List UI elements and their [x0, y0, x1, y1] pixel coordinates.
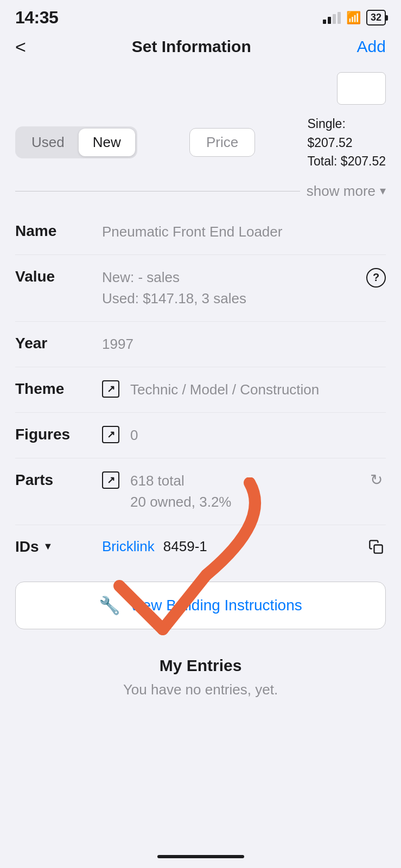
building-instructions-label: View Building Instructions: [129, 597, 302, 614]
condition-toggle: Used New: [15, 126, 137, 158]
name-label: Name: [15, 221, 91, 240]
page-title: Set Information: [132, 37, 251, 56]
theme-label: Theme: [15, 379, 91, 398]
theme-value: Technic / Model / Construction: [130, 379, 386, 400]
bricklink-link[interactable]: Bricklink: [102, 538, 155, 555]
nav-bar: < Set Information Add: [0, 32, 401, 63]
show-more-row: show more ▾: [0, 176, 401, 209]
chevron-down-icon: ▾: [380, 184, 386, 198]
condition-price-row: Used New Price Single: $207.52 Total: $2…: [0, 105, 401, 176]
copy-icon[interactable]: [366, 537, 386, 557]
building-instructions-button[interactable]: 🔧 View Building Instructions: [15, 582, 386, 629]
value-label: Value: [15, 267, 91, 285]
status-bar: 14:35 📶 32: [0, 0, 401, 32]
new-button[interactable]: New: [79, 129, 135, 156]
ids-label: IDs ▼: [15, 537, 91, 556]
year-label: Year: [15, 334, 91, 352]
figures-value: 0: [130, 425, 386, 446]
figures-row: Figures 0: [15, 413, 386, 458]
used-button[interactable]: Used: [17, 129, 79, 156]
ids-expand-icon[interactable]: ▼: [43, 541, 53, 552]
ids-number: 8459-1: [163, 538, 358, 555]
figures-label: Figures: [15, 425, 91, 443]
year-row: Year 1997: [15, 322, 386, 367]
ids-row: IDs ▼ Bricklink 8459-1: [15, 525, 386, 569]
info-section: Name Pneumatic Front End Loader Value Ne…: [0, 209, 401, 569]
show-more-button[interactable]: show more ▾: [307, 183, 386, 200]
top-section: [0, 63, 401, 105]
name-value: Pneumatic Front End Loader: [102, 221, 386, 242]
theme-row: Theme Technic / Model / Construction: [15, 367, 386, 413]
wifi-icon: 📶: [346, 11, 361, 25]
home-indicator: [157, 855, 244, 858]
svg-rect-0: [374, 545, 383, 553]
help-icon[interactable]: ?: [366, 268, 386, 288]
my-entries-title: My Entries: [15, 656, 386, 675]
name-row: Name Pneumatic Front End Loader: [15, 209, 386, 255]
figures-external-link-icon[interactable]: [102, 426, 119, 443]
single-price: Single: $207.52: [307, 114, 386, 152]
value-row: Value New: - sales Used: $147.18, 3 sale…: [15, 255, 386, 322]
theme-external-link-icon[interactable]: [102, 380, 119, 398]
total-price: Total: $207.52: [307, 152, 386, 171]
parts-label: Parts: [15, 470, 91, 489]
set-image: [337, 72, 386, 105]
ids-content: Bricklink 8459-1: [102, 537, 386, 557]
divider-line: [15, 191, 300, 192]
wrench-icon: 🔧: [99, 595, 120, 616]
signal-icon: [323, 12, 341, 24]
my-entries-section: My Entries You have no entries, yet.: [0, 640, 401, 709]
my-entries-empty: You have no entries, yet.: [15, 681, 386, 698]
add-button[interactable]: Add: [357, 37, 386, 56]
status-time: 14:35: [15, 8, 58, 28]
price-info: Single: $207.52 Total: $207.52: [307, 114, 386, 171]
back-button[interactable]: <: [15, 37, 26, 56]
battery-icon: 32: [366, 10, 386, 25]
status-icons: 📶 32: [323, 10, 386, 25]
refresh-icon[interactable]: ↻: [366, 470, 386, 490]
price-button[interactable]: Price: [189, 128, 255, 157]
value-content: New: - sales Used: $147.18, 3 sales: [102, 267, 355, 309]
year-value: 1997: [102, 334, 386, 355]
parts-external-link-icon[interactable]: [102, 471, 119, 489]
parts-value: 618 total 20 owned, 3.2%: [130, 470, 355, 513]
parts-row: Parts 618 total 20 owned, 3.2% ↻: [15, 458, 386, 525]
